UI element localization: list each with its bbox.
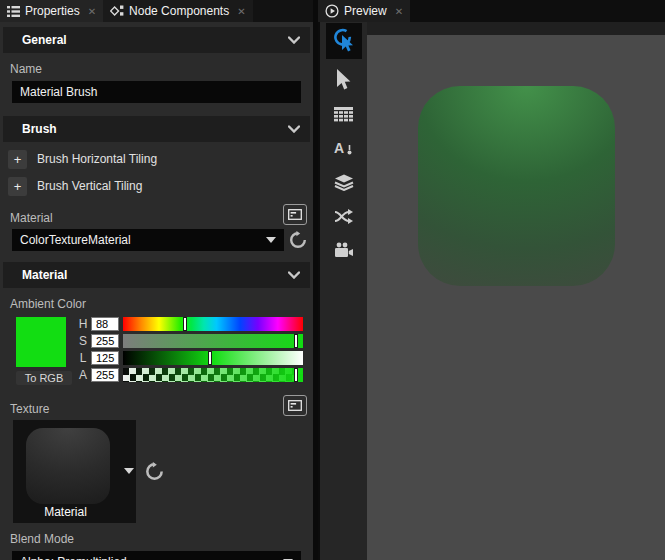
property-label: Brush Horizontal Tiling [37, 152, 157, 166]
chevron-down-icon [266, 237, 276, 243]
lightness-slider[interactable] [123, 351, 303, 365]
slider-handle[interactable] [294, 368, 298, 382]
shuffle-tool-button[interactable] [326, 199, 362, 233]
brush-horizontal-tiling-row: + Brush Horizontal Tiling [8, 149, 313, 169]
layers-tool-button[interactable] [326, 165, 362, 199]
revert-material-button[interactable] [288, 230, 308, 250]
texture-selector: Material [13, 420, 313, 523]
blend-mode-label: Blend Mode [10, 532, 313, 546]
slider-handle[interactable] [183, 317, 187, 331]
tab-node-components[interactable]: Node Components ✕ [103, 0, 252, 22]
properties-panel: Properties ✕ Node Components ✕ General N… [0, 0, 313, 560]
dropdown-value: ColorTextureMaterial [20, 233, 131, 247]
close-icon[interactable]: ✕ [395, 6, 403, 17]
add-property-button[interactable]: + [8, 177, 27, 196]
preview-material-brush-object[interactable] [418, 86, 615, 286]
chevron-down-icon [288, 271, 300, 279]
add-property-button[interactable]: + [8, 150, 27, 169]
lightness-channel-row: L 125 [78, 351, 303, 365]
revert-icon [289, 231, 307, 249]
tab-label: Preview [344, 4, 387, 18]
layers-icon [334, 174, 354, 191]
slider-handle[interactable] [208, 351, 212, 365]
channel-label: H [78, 317, 88, 331]
preview-tabbar: Preview ✕ [318, 0, 665, 22]
channel-label: A [78, 368, 88, 382]
preview-viewport[interactable] [367, 35, 665, 560]
material-dropdown[interactable]: ColorTextureMaterial [12, 229, 284, 251]
interact-tool-icon [332, 28, 356, 54]
preview-panel: Preview ✕ [318, 0, 665, 560]
texture-name: Material [13, 505, 118, 519]
grid-icon [334, 107, 353, 122]
lightness-value-input[interactable]: 125 [91, 351, 119, 365]
alpha-value-input[interactable]: 255 [91, 368, 119, 382]
blend-mode-dropdown[interactable]: Alpha: Premultiplied [12, 551, 301, 560]
to-rgb-button[interactable]: To RGB [16, 371, 72, 385]
camera-tool-button[interactable] [326, 233, 362, 267]
section-header-material[interactable]: Material [3, 262, 310, 288]
text-node-tool-button[interactable]: A [326, 131, 362, 165]
ambient-color-label: Ambient Color [10, 297, 313, 311]
hue-value-input[interactable]: 88 [91, 317, 119, 331]
hue-channel-row: H 88 [78, 317, 303, 331]
saturation-value-input[interactable]: 255 [91, 334, 119, 348]
hue-slider[interactable] [123, 317, 303, 331]
saturation-slider[interactable] [123, 334, 303, 348]
section-header-brush[interactable]: Brush [3, 116, 310, 142]
property-label: Brush Vertical Tiling [37, 179, 142, 193]
shuffle-icon [334, 208, 354, 225]
close-icon[interactable]: ✕ [237, 6, 245, 17]
chevron-down-icon [288, 125, 300, 133]
revert-texture-button[interactable] [144, 462, 164, 482]
section-header-general[interactable]: General [3, 27, 310, 53]
node-components-icon [110, 5, 124, 17]
color-swatch[interactable] [16, 317, 66, 367]
texture-preview[interactable]: Material [13, 420, 136, 523]
tab-preview[interactable]: Preview ✕ [318, 0, 410, 22]
grid-tool-button[interactable] [326, 97, 362, 131]
channel-label: L [78, 351, 88, 365]
close-icon[interactable]: ✕ [88, 6, 96, 17]
tab-label: Node Components [129, 4, 229, 18]
revert-icon [145, 462, 164, 481]
material-label: Material [10, 211, 53, 225]
select-tool-icon [335, 69, 353, 91]
alpha-channel-row: A 255 [78, 368, 303, 382]
texture-label: Texture [10, 402, 49, 416]
window-icon [288, 400, 302, 411]
section-title: General [22, 33, 288, 47]
window-icon [288, 209, 302, 220]
chevron-down-icon [288, 36, 300, 44]
open-material-editor-button[interactable] [283, 204, 307, 225]
saturation-channel-row: S 255 [78, 334, 303, 348]
name-input[interactable]: Material Brush [12, 81, 301, 103]
open-texture-editor-button[interactable] [283, 395, 307, 416]
chevron-down-icon[interactable] [124, 468, 134, 474]
brush-vertical-tiling-row: + Brush Vertical Tiling [8, 176, 313, 196]
alpha-slider[interactable] [123, 368, 303, 382]
left-tabbar: Properties ✕ Node Components ✕ [0, 0, 313, 22]
name-label: Name [10, 62, 313, 76]
tab-properties[interactable]: Properties ✕ [0, 0, 103, 22]
slider-handle[interactable] [294, 334, 298, 348]
camera-icon [334, 242, 354, 259]
select-tool-button[interactable] [326, 63, 362, 97]
play-circle-icon [325, 4, 339, 18]
channel-label: S [78, 334, 88, 348]
tab-label: Properties [25, 4, 80, 18]
texture-thumbnail[interactable] [26, 428, 110, 504]
svg-text:A: A [334, 140, 344, 156]
color-picker: To RGB H 88 S 255 L 125 [16, 317, 303, 385]
text-node-icon: A [334, 140, 354, 157]
section-title: Material [22, 268, 288, 282]
dropdown-value: Alpha: Premultiplied [20, 555, 127, 560]
preview-toolbar: A [318, 22, 367, 560]
kanzi-studio-window: Properties ✕ Node Components ✕ General N… [0, 0, 665, 560]
interact-tool-button[interactable] [326, 23, 362, 59]
section-title: Brush [22, 122, 288, 136]
list-icon [7, 6, 20, 17]
